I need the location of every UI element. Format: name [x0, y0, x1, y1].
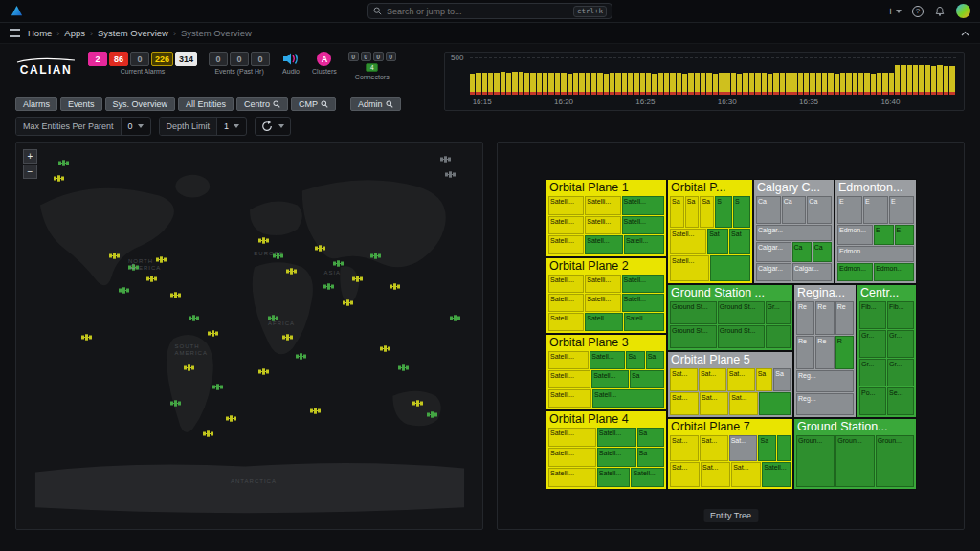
add-button[interactable]: + [887, 6, 902, 17]
treemap-cell[interactable]: Satell... [762, 462, 791, 488]
treemap-cell[interactable]: Fib... [859, 301, 886, 329]
treemap-cell[interactable]: Sa [630, 370, 664, 388]
search-input[interactable]: ctrl+k [368, 3, 612, 19]
treemap-cell[interactable]: E [837, 196, 862, 224]
treemap-cell[interactable]: Satell... [585, 235, 623, 254]
treemap-cell[interactable]: Ground St... [670, 301, 717, 324]
satellite-marker[interactable] [109, 251, 120, 259]
satellite-marker[interactable] [189, 313, 199, 321]
treemap-cell[interactable]: Gr... [766, 301, 791, 324]
alarm-count-badge[interactable]: 86 [109, 52, 128, 66]
world-map-panel[interactable]: NORTH AMERICASOUTH AMERICAEUROPEAFRICAAS… [15, 142, 483, 530]
treemap-cell[interactable] [777, 435, 791, 461]
nav-button-admin[interactable]: Admin [350, 97, 401, 111]
satellite-marker[interactable] [450, 313, 460, 321]
satellite-marker[interactable] [352, 274, 363, 282]
treemap-group-ground-station-group-1[interactable]: Ground Station ...Ground St...Ground St.… [667, 284, 793, 351]
treemap-cell[interactable]: Reg... [796, 393, 854, 415]
connector-count-badge[interactable]: 0 [373, 52, 384, 61]
satellite-marker[interactable] [203, 429, 213, 437]
event-count-badge[interactable]: 0 [230, 52, 249, 66]
treemap-cell[interactable]: Satelli... [548, 313, 584, 331]
treemap-group-edmonton[interactable]: Edmonton...EEEEdmon...EEEdmon...Edmon...… [835, 179, 917, 284]
breadcrumb-item[interactable]: System Overview [98, 28, 168, 38]
treemap-cell[interactable]: Satell... [597, 468, 631, 487]
treemap-cell[interactable]: Gr... [887, 330, 914, 358]
treemap-group-orbital-plane-4[interactable]: Orbital Plane 4Satelli...Satell...SaSate… [546, 410, 667, 490]
treemap-cell[interactable]: Se... [887, 387, 914, 415]
treemap-cell[interactable]: Gr... [887, 359, 914, 386]
treemap-cell[interactable]: Re [835, 301, 854, 335]
satellite-marker[interactable] [315, 243, 325, 252]
zoom-in-button[interactable]: + [23, 149, 37, 164]
audio-speaker-icon[interactable] [281, 52, 301, 66]
treemap-group-calgary[interactable]: Calgary C...CaCaCaCalgar...Calgar...CaCa… [753, 179, 835, 284]
nav-button-cmp[interactable]: CMP [291, 97, 336, 111]
satellite-marker[interactable] [412, 398, 423, 407]
treemap-cell[interactable]: Sat... [700, 435, 728, 461]
satellite-marker[interactable] [208, 328, 218, 337]
treemap-cell[interactable]: E [895, 225, 915, 245]
satellite-marker[interactable] [296, 351, 306, 360]
satellite-marker[interactable] [258, 235, 269, 244]
max-entities-control[interactable]: Max Entities Per Parent 0 [15, 117, 151, 136]
nav-button-events[interactable]: Events [60, 97, 102, 111]
satellite-marker[interactable] [310, 406, 321, 414]
treemap-group-ground-station-group-2[interactable]: Ground Station...Groun...Groun...Groun..… [793, 418, 917, 490]
nav-button-sys-overview[interactable]: Sys. Overview [105, 97, 176, 111]
satellite-marker[interactable] [273, 251, 283, 259]
treemap-cell[interactable]: Satelli... [548, 275, 584, 293]
clusters-badge[interactable]: A [317, 52, 331, 66]
treemap-cell[interactable] [766, 325, 791, 348]
app-logo[interactable] [10, 4, 24, 18]
nav-button-centro[interactable]: Centro [236, 97, 288, 111]
notifications-button[interactable] [934, 6, 946, 17]
treemap-cell[interactable]: Satell... [622, 196, 664, 215]
satellite-marker[interactable] [445, 169, 456, 178]
treemap-cell[interactable]: Satell... [592, 389, 664, 408]
treemap-cell[interactable]: Re [815, 301, 834, 335]
breadcrumb-item[interactable]: Apps [64, 28, 85, 38]
treemap-cell[interactable]: Satelli... [548, 294, 584, 312]
satellite-marker[interactable] [54, 173, 64, 182]
treemap-cell[interactable]: Sat [707, 229, 728, 254]
treemap-cell[interactable]: Sa [756, 368, 773, 391]
satellite-marker[interactable] [146, 274, 157, 282]
treemap-cell[interactable]: Satelli... [548, 389, 591, 408]
satellite-marker[interactable] [81, 332, 92, 341]
treemap-cell[interactable]: Calgar... [756, 263, 791, 281]
treemap-cell[interactable]: Groun... [876, 435, 914, 487]
treemap-cell[interactable]: S [733, 196, 750, 228]
treemap-cell[interactable]: Re [796, 336, 814, 369]
zoom-out-button[interactable]: − [23, 165, 37, 179]
event-count-badge[interactable]: 0 [251, 52, 270, 66]
alarm-count-badge[interactable]: 0 [130, 52, 149, 66]
treemap-cell[interactable]: Sat [729, 229, 750, 254]
treemap-cell[interactable]: Satell... [590, 351, 625, 369]
nav-button-all-entities[interactable]: All Entities [178, 97, 234, 111]
treemap-cell[interactable]: Groun... [796, 435, 835, 487]
treemap-cell[interactable]: Ground St... [718, 325, 765, 348]
treemap-cell[interactable]: Sa [637, 448, 664, 467]
depth-limit-value[interactable]: 1 [217, 121, 246, 131]
treemap-cell[interactable]: Ca [807, 196, 832, 224]
treemap-cell[interactable]: Re [815, 336, 834, 369]
treemap-cell[interactable]: Sat... [699, 368, 726, 391]
treemap-cell[interactable]: E [863, 196, 888, 224]
treemap-group-orbital-plane-3[interactable]: Orbital Plane 3Satelli...Satell...SaSaSa… [546, 334, 667, 410]
treemap-cell[interactable]: Sat... [729, 392, 758, 415]
satellite-marker[interactable] [212, 382, 223, 390]
satellite-marker[interactable] [286, 266, 297, 275]
treemap-group-orbital-plane-6[interactable]: Orbital P...SaSaSaSSSatell...SatSatSatel… [667, 179, 753, 284]
treemap-cell[interactable]: Satell... [624, 313, 664, 331]
satellite-marker[interactable] [380, 343, 390, 352]
treemap-group-orbital-plane-5[interactable]: Orbital Plane 5Sat...Sat...Sat...SaSaSat… [667, 351, 793, 418]
treemap-cell[interactable]: Sat... [670, 368, 698, 391]
treemap-group-centro[interactable]: Centr...Fib...Fib...Gr...Gr...Gr...Gr...… [857, 284, 917, 418]
treemap-cell[interactable]: Gr... [859, 330, 886, 358]
treemap-cell[interactable]: Sat... [670, 392, 699, 415]
treemap-cell[interactable]: Reg... [796, 370, 854, 392]
search-field[interactable] [387, 7, 568, 16]
satellite-marker[interactable] [323, 281, 334, 290]
satellite-marker[interactable] [398, 363, 409, 371]
